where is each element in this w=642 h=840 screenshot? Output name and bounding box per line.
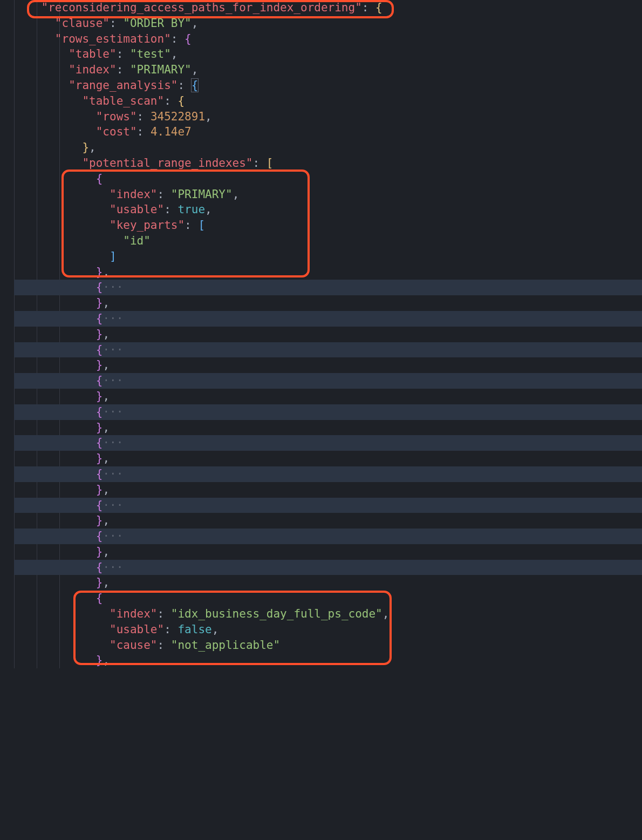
json-number: 4.14e7 <box>151 125 192 138</box>
code-line[interactable]: "usable": false, <box>14 622 642 638</box>
code-line[interactable]: }, <box>14 295 642 311</box>
code-line[interactable]: "usable": true, <box>14 202 642 218</box>
code-line[interactable]: ] <box>14 249 642 265</box>
code-line[interactable]: }, <box>14 544 642 560</box>
code-line-folded[interactable]: {··· <box>14 529 642 544</box>
code-line[interactable]: }, <box>14 653 642 668</box>
code-line-folded[interactable]: {··· <box>14 404 642 420</box>
code-line[interactable]: }, <box>14 265 642 280</box>
code-line[interactable]: }, <box>14 575 642 591</box>
fold-indicator[interactable]: ··· <box>103 436 123 449</box>
json-string: "ORDER BY" <box>123 17 191 30</box>
json-string: "idx_business_day_full_ps_code" <box>171 607 383 620</box>
code-line[interactable]: }, <box>14 451 642 466</box>
json-boolean: true <box>177 203 205 216</box>
json-key: "table_scan" <box>82 94 164 107</box>
code-line[interactable]: "rows_estimation": { <box>14 31 642 47</box>
json-string: "PRIMARY" <box>171 188 233 201</box>
json-key: "rows" <box>96 110 137 123</box>
code-line[interactable]: { <box>14 591 642 606</box>
json-key: "reconsidering_access_paths_for_index_or… <box>42 1 362 14</box>
code-editor[interactable]: "reconsidering_access_paths_for_index_or… <box>0 0 642 668</box>
code-line[interactable]: "cause": "not_applicable" <box>14 638 642 653</box>
fold-indicator[interactable]: ··· <box>103 530 123 543</box>
json-string: "test" <box>130 48 171 60</box>
json-key: "table" <box>69 48 117 60</box>
code-line[interactable]: "key_parts": [ <box>14 218 642 233</box>
code-line-folded[interactable]: {··· <box>14 435 642 451</box>
fold-indicator[interactable]: ··· <box>103 561 123 574</box>
json-key: "cause" <box>110 639 158 652</box>
code-line[interactable]: { <box>14 171 642 187</box>
json-string: "PRIMARY" <box>130 63 192 76</box>
code-line[interactable]: "reconsidering_access_paths_for_index_or… <box>14 0 642 16</box>
json-key: "index" <box>110 188 158 201</box>
code-line[interactable]: "clause": "ORDER BY", <box>14 16 642 31</box>
json-string: "not_applicable" <box>171 639 280 652</box>
code-line-folded[interactable]: {··· <box>14 342 642 358</box>
code-line-folded[interactable]: {··· <box>14 498 642 513</box>
code-line[interactable]: }, <box>14 140 642 155</box>
code-line[interactable]: }, <box>14 482 642 498</box>
code-line[interactable]: }, <box>14 389 642 404</box>
fold-indicator[interactable]: ··· <box>103 499 123 512</box>
fold-indicator[interactable]: ··· <box>103 343 123 356</box>
code-line[interactable]: "cost": 4.14e7 <box>14 124 642 140</box>
code-line[interactable]: }, <box>14 420 642 436</box>
json-key: "index" <box>69 63 117 76</box>
json-key: "usable" <box>110 203 164 216</box>
json-number: 34522891 <box>151 110 205 123</box>
json-key: "cost" <box>96 125 137 138</box>
json-key: "index" <box>110 607 158 620</box>
json-key: "range_analysis" <box>69 79 177 92</box>
fold-indicator[interactable]: ··· <box>103 312 123 325</box>
fold-indicator[interactable]: ··· <box>103 281 123 294</box>
code-line[interactable]: "potential_range_indexes": [ <box>14 155 642 171</box>
code-line-folded[interactable]: {··· <box>14 466 642 482</box>
code-line[interactable]: }, <box>14 357 642 373</box>
json-key: "key_parts" <box>110 219 185 232</box>
code-line[interactable]: "index": "idx_business_day_full_ps_code"… <box>14 606 642 622</box>
code-line[interactable]: "table": "test", <box>14 46 642 62</box>
code-line[interactable]: "id" <box>14 233 642 249</box>
code-line[interactable]: }, <box>14 513 642 529</box>
json-key: "clause" <box>55 17 110 30</box>
json-string: "id" <box>123 234 151 247</box>
json-key: "potential_range_indexes" <box>82 157 252 170</box>
json-key: "rows_estimation" <box>55 32 171 45</box>
code-line-folded[interactable]: {··· <box>14 280 642 295</box>
fold-indicator[interactable]: ··· <box>103 468 123 480</box>
code-line[interactable]: "index": "PRIMARY", <box>14 187 642 202</box>
code-line-folded[interactable]: {··· <box>14 311 642 327</box>
code-line[interactable]: }, <box>14 327 642 342</box>
code-line-folded[interactable]: {··· <box>14 373 642 389</box>
code-line[interactable]: "range_analysis": { <box>14 78 642 93</box>
json-boolean: false <box>177 623 211 636</box>
fold-indicator[interactable]: ··· <box>103 405 123 418</box>
code-line[interactable]: "table_scan": { <box>14 93 642 109</box>
code-line[interactable]: "index": "PRIMARY", <box>14 62 642 78</box>
code-line-folded[interactable]: {··· <box>14 560 642 575</box>
json-key: "usable" <box>110 623 164 636</box>
code-line[interactable]: "rows": 34522891, <box>14 109 642 125</box>
fold-indicator[interactable]: ··· <box>103 374 123 387</box>
